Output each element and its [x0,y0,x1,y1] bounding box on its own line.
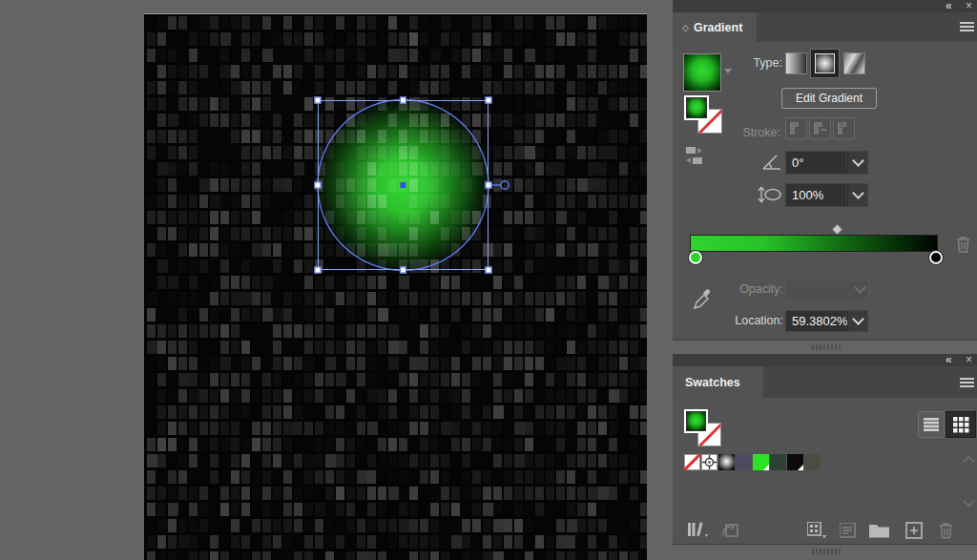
swatches-panel-titlebar: « × [673,354,977,366]
swatch-white-black-radial-gradient[interactable] [718,454,735,470]
fill-indicator-gradient[interactable] [684,409,708,433]
fill-indicator-gradient[interactable] [684,95,709,120]
gradient-panel: « × ◇ Gradient [673,0,977,341]
swatch-green[interactable] [753,454,769,470]
global-color-corner [798,465,803,470]
stroke-across-button [833,117,855,139]
gradient-panel-body: Type: Edit Gradient Stroke: 0° [673,42,977,341]
swatch-options-icon [840,523,856,538]
collapse-panels-icon[interactable]: « [946,0,951,12]
panel-resize-grip[interactable] [812,344,841,350]
gradient-angle-icon [760,151,783,174]
gradient-panel-titlebar: « × [673,0,977,12]
stroke-along-button [809,117,831,139]
stroke-within-button [785,117,807,139]
swatches-tabbar: Swatches [673,366,977,398]
chevron-down-icon [852,155,864,167]
grid-view-button[interactable] [946,411,976,438]
gradient-stop-end[interactable] [929,251,943,264]
delete-swatch-trash-icon [939,522,954,539]
scroll-up-icon[interactable] [963,455,975,467]
swatches-panel-body [673,398,977,545]
add-to-library-icon [721,521,740,539]
collapse-panels-icon[interactable]: « [946,354,951,366]
delete-stop-trash-icon [955,236,971,254]
tab-swatches[interactable]: Swatches [673,366,763,398]
panel-collapse-icon[interactable]: ◇ [682,23,689,32]
swatch-libraries-menu-icon[interactable] [687,521,710,538]
swatch-dark-slate-blue[interactable] [736,454,752,470]
gradient-stop-start[interactable] [689,251,702,264]
gradient-tabbar: ◇ Gradient [673,12,977,42]
gradient-midpoint-handle[interactable] [831,223,843,236]
location-label: Location: [720,314,783,327]
gradient-ramp-bar[interactable] [690,235,938,252]
type-freeform-button[interactable] [843,52,865,74]
type-label: Type: [725,56,782,70]
type-linear-button[interactable] [785,52,807,74]
close-panel-icon[interactable]: × [966,0,972,12]
gradient-preview-swatch[interactable] [683,53,721,92]
edit-gradient-button[interactable]: Edit Gradient [781,88,877,109]
angle-dropdown[interactable] [847,151,868,175]
panel-menu-icon[interactable] [960,22,975,33]
eyedropper-icon[interactable] [692,286,713,311]
chevron-down-icon [852,313,864,325]
panel-menu-icon[interactable] [960,378,975,389]
show-swatch-kinds-icon[interactable] [807,522,828,539]
stroke-label: Stroke: [720,126,780,139]
swatch-dark-green[interactable] [770,454,786,470]
close-panel-icon[interactable]: × [966,354,972,366]
chevron-down-icon [852,187,864,199]
panel-dock: « × ◇ Gradient [673,0,977,560]
type-radial-button[interactable] [810,49,840,78]
angle-field[interactable]: 0° [785,151,847,175]
aspect-ratio-field[interactable]: 100% [785,183,847,207]
illustrator-workspace: { "window": { "dock_collapse_glyph": "«"… [0,0,977,560]
aspect-ratio-dropdown[interactable] [847,183,868,207]
swatch-none[interactable] [684,454,700,470]
swatch-list [684,454,821,470]
location-dropdown[interactable] [847,310,868,332]
gradient-panel-title: Gradient [694,21,742,34]
swatch-black[interactable] [787,454,803,470]
new-swatch-icon[interactable] [905,522,923,539]
swatches-panel-title: Swatches [685,376,740,389]
panel-resize-grip[interactable] [812,549,841,554]
list-view-button[interactable] [918,411,945,438]
global-color-corner [763,465,769,470]
opacity-label: Opacity: [726,282,783,296]
swatches-panel: « × Swatches [673,354,977,545]
tab-gradient[interactable]: ◇ Gradient [673,12,757,42]
document-canvas[interactable] [144,13,647,560]
swatch-olive-gray[interactable] [804,454,821,470]
new-color-group-folder-icon[interactable] [869,523,890,538]
scroll-down-icon[interactable] [963,495,975,508]
location-field[interactable]: 59.3802% [785,310,847,332]
aspect-ratio-icon [757,183,783,206]
reverse-gradient-icon[interactable] [683,145,708,166]
swatch-registration[interactable] [701,454,717,470]
